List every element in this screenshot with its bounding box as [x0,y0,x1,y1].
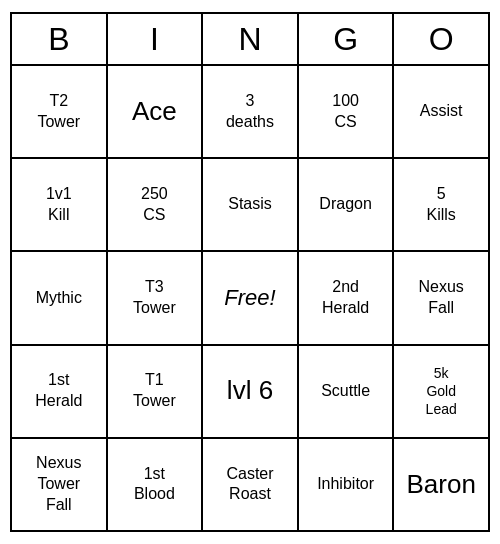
bingo-cell: 2ndHerald [299,252,395,345]
bingo-cell: 1v1Kill [12,159,108,252]
bingo-grid: T2TowerAce3deaths100CSAssist1v1Kill250CS… [10,66,490,532]
bingo-cell: 1stHerald [12,346,108,439]
bingo-cell: Baron [394,439,490,532]
bingo-cell: 5Kills [394,159,490,252]
bingo-cell: NexusFall [394,252,490,345]
bingo-card: BINGO T2TowerAce3deaths100CSAssist1v1Kil… [10,12,490,532]
bingo-cell: Free! [203,252,299,345]
header-letter: O [394,14,490,66]
bingo-cell: 250CS [108,159,204,252]
bingo-cell: 5kGoldLead [394,346,490,439]
bingo-cell: T2Tower [12,66,108,159]
bingo-cell: T1Tower [108,346,204,439]
header-letter: I [108,14,204,66]
bingo-cell: T3Tower [108,252,204,345]
header-letter: G [299,14,395,66]
bingo-cell: Ace [108,66,204,159]
header-letter: B [12,14,108,66]
bingo-cell: Stasis [203,159,299,252]
bingo-header: BINGO [10,12,490,66]
bingo-cell: NexusTowerFall [12,439,108,532]
bingo-cell: Scuttle [299,346,395,439]
bingo-cell: CasterRoast [203,439,299,532]
bingo-cell: Inhibitor [299,439,395,532]
header-letter: N [203,14,299,66]
bingo-cell: 100CS [299,66,395,159]
bingo-cell: lvl 6 [203,346,299,439]
bingo-cell: Dragon [299,159,395,252]
bingo-cell: 1stBlood [108,439,204,532]
bingo-cell: 3deaths [203,66,299,159]
bingo-cell: Assist [394,66,490,159]
bingo-cell: Mythic [12,252,108,345]
